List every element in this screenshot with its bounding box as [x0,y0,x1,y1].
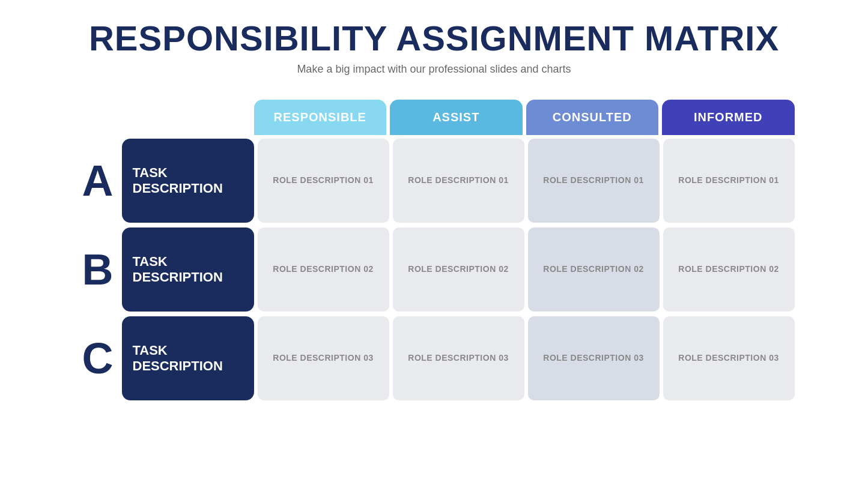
role-cell-a-informed: ROLE DESCRIPTION 01 [663,139,795,223]
role-cell-c-responsible: ROLE DESCRIPTION 03 [258,316,389,400]
col-header-consulted: CONSULTED [526,100,659,135]
role-cell-b-assist: ROLE DESCRIPTION 02 [393,227,524,312]
role-text-a-informed: ROLE DESCRIPTION 01 [678,175,778,187]
task-label-b: TASK DESCRIPTION [133,254,243,286]
row-letter-b: B [74,248,122,291]
role-cells-row-a: ROLE DESCRIPTION 01ROLE DESCRIPTION 01RO… [258,139,795,223]
role-cell-c-informed: ROLE DESCRIPTION 03 [663,316,795,400]
col-header-informed: INFORMED [662,100,795,135]
task-cell-a: TASK DESCRIPTION [122,139,254,223]
task-cell-b: TASK DESCRIPTION [122,227,254,312]
role-text-c-assist: ROLE DESCRIPTION 03 [408,352,508,364]
role-cell-c-assist: ROLE DESCRIPTION 03 [393,316,524,400]
data-row-b: BTASK DESCRIPTIONROLE DESCRIPTION 02ROLE… [74,227,795,312]
role-text-a-assist: ROLE DESCRIPTION 01 [408,175,508,187]
row-letter-c: C [74,337,122,380]
role-text-b-responsible: ROLE DESCRIPTION 02 [273,264,373,276]
role-text-b-assist: ROLE DESCRIPTION 02 [408,264,508,276]
task-label-a: TASK DESCRIPTION [133,165,243,197]
col-header-assist: ASSIST [390,100,523,135]
role-cell-c-consulted: ROLE DESCRIPTION 03 [528,316,660,400]
role-cell-b-responsible: ROLE DESCRIPTION 02 [258,227,389,312]
page-subtitle: Make a big impact with our professional … [297,63,571,76]
role-cell-b-informed: ROLE DESCRIPTION 02 [663,227,795,312]
matrix-container: RESPONSIBLEASSISTCONSULTEDINFORMED ATASK… [74,100,795,405]
role-cell-a-consulted: ROLE DESCRIPTION 01 [528,139,660,223]
role-cell-a-assist: ROLE DESCRIPTION 01 [393,139,524,223]
row-letter-a: A [74,159,122,202]
role-cell-a-responsible: ROLE DESCRIPTION 01 [258,139,389,223]
role-cell-b-consulted: ROLE DESCRIPTION 02 [528,227,660,312]
page-title: RESPONSIBILITY ASSIGNMENT MATRIX [89,18,779,58]
role-text-a-consulted: ROLE DESCRIPTION 01 [543,175,643,187]
role-text-c-informed: ROLE DESCRIPTION 03 [678,352,778,364]
role-text-c-consulted: ROLE DESCRIPTION 03 [543,352,643,364]
role-text-b-informed: ROLE DESCRIPTION 02 [678,264,778,276]
data-rows: ATASK DESCRIPTIONROLE DESCRIPTION 01ROLE… [74,139,795,405]
column-headers: RESPONSIBLEASSISTCONSULTEDINFORMED [254,100,795,135]
data-row-a: ATASK DESCRIPTIONROLE DESCRIPTION 01ROLE… [74,139,795,223]
col-header-responsible: RESPONSIBLE [254,100,387,135]
task-label-c: TASK DESCRIPTION [133,343,243,375]
role-cells-row-c: ROLE DESCRIPTION 03ROLE DESCRIPTION 03RO… [258,316,795,400]
data-row-c: CTASK DESCRIPTIONROLE DESCRIPTION 03ROLE… [74,316,795,400]
role-text-c-responsible: ROLE DESCRIPTION 03 [273,352,373,364]
header-row: RESPONSIBLEASSISTCONSULTEDINFORMED [74,100,795,135]
role-text-b-consulted: ROLE DESCRIPTION 02 [543,264,643,276]
role-cells-row-b: ROLE DESCRIPTION 02ROLE DESCRIPTION 02RO… [258,227,795,312]
task-cell-c: TASK DESCRIPTION [122,316,254,400]
role-text-a-responsible: ROLE DESCRIPTION 01 [273,175,373,187]
